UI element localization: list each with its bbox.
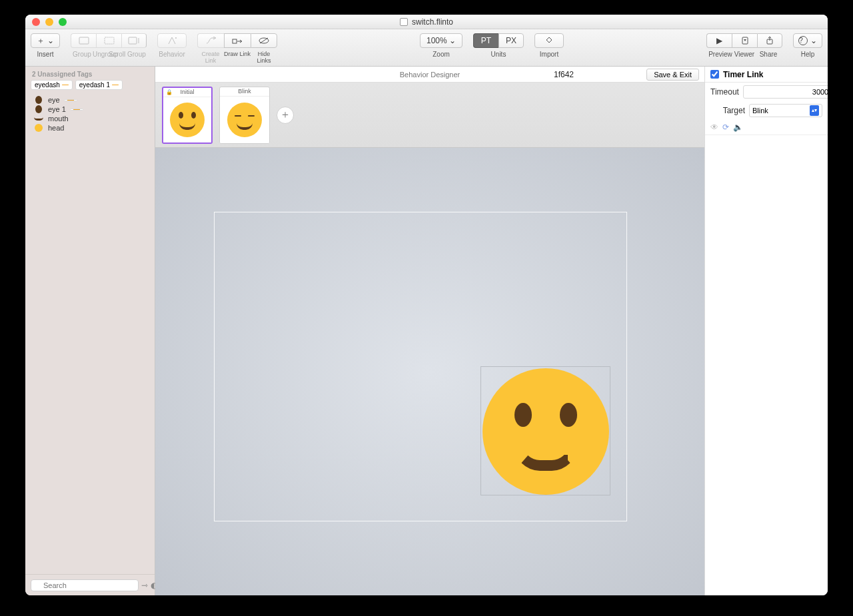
window-title-text: switch.flinto xyxy=(412,17,453,27)
smiley-mouth[interactable] xyxy=(514,446,577,471)
timer-option-icon[interactable]: ⟳ xyxy=(722,123,729,132)
inspector-panel: Timer Link Timeout Target Blink ▴▾ 👁 ⟳ 🔈 xyxy=(704,67,828,595)
ungroup-button[interactable] xyxy=(96,33,121,48)
layers-panel: 2 Unassigned Tags eyedash eyedash 1 eye … xyxy=(25,67,155,595)
zoom-label: Zoom xyxy=(432,51,450,58)
layer-list: eye eye 1 mouth head xyxy=(25,93,155,135)
share-label: Share xyxy=(756,51,780,58)
tag-line-icon xyxy=(62,85,69,85)
inspector-header-label: Timer Link xyxy=(723,70,763,79)
smiley-head[interactable] xyxy=(482,368,609,495)
eye-icon xyxy=(33,96,44,104)
center-area: Behavior Designer Save & Exit 🔒Initial B… xyxy=(155,67,704,595)
units-px-button[interactable]: PX xyxy=(498,33,524,48)
layer-tag-chip[interactable] xyxy=(64,99,77,101)
layer-tag-chip[interactable] xyxy=(70,109,83,111)
traffic-lights xyxy=(32,18,67,26)
smiley-eye-right[interactable] xyxy=(560,403,577,427)
zoom-dropdown[interactable]: 100% ⌄ xyxy=(420,33,462,48)
document-icon xyxy=(400,18,408,26)
timer-link-checkbox[interactable] xyxy=(710,70,719,79)
inspector-header: Timer Link xyxy=(705,67,828,83)
svg-rect-0 xyxy=(79,37,89,44)
target-label: Target xyxy=(710,106,745,115)
units-pt-button[interactable]: PT xyxy=(473,33,498,48)
help-button[interactable]: ? ⌄ xyxy=(793,33,822,48)
group-label: Group xyxy=(71,51,93,58)
window-title: switch.flinto xyxy=(400,17,453,27)
state-thumbnail xyxy=(163,97,211,143)
timeout-input[interactable] xyxy=(743,85,828,99)
save-exit-button[interactable]: Save & Exit xyxy=(646,69,699,81)
draw-link-button[interactable] xyxy=(224,33,251,48)
state-card-blink[interactable]: Blink xyxy=(219,87,270,144)
viewer-button[interactable] xyxy=(732,33,757,48)
app-window: switch.flinto ＋ ⌄ Insert Group Ungroup S… xyxy=(25,15,828,595)
link-option-icons: 👁 ⟳ 🔈 xyxy=(705,120,828,135)
scroll-group-button[interactable] xyxy=(121,33,147,48)
layer-item-eye[interactable]: eye xyxy=(31,95,149,105)
lock-icon: 🔒 xyxy=(166,89,173,95)
group-button[interactable] xyxy=(71,33,96,48)
minimize-window-button[interactable] xyxy=(45,18,53,26)
subheader-title: Behavior Designer xyxy=(400,71,460,79)
preview-button[interactable]: ▶ xyxy=(706,33,732,48)
layer-label: mouth xyxy=(48,115,69,123)
connector-icon[interactable]: ⇾ xyxy=(141,581,148,590)
svg-rect-2 xyxy=(129,37,137,44)
zoom-window-button[interactable] xyxy=(59,18,67,26)
units-label: Units xyxy=(491,51,506,58)
hide-links-button[interactable] xyxy=(251,33,277,48)
artboard[interactable] xyxy=(214,212,627,521)
state-card-initial[interactable]: 🔒Initial xyxy=(162,87,213,144)
canvas[interactable] xyxy=(155,148,704,595)
mouth-icon xyxy=(33,115,44,123)
titlebar: switch.flinto xyxy=(25,15,828,29)
viewer-label: Viewer xyxy=(732,51,756,58)
smiley-eye-left[interactable] xyxy=(514,403,532,427)
import-button[interactable] xyxy=(534,33,564,48)
behavior-button[interactable] xyxy=(157,33,187,48)
state-label: Initial xyxy=(180,89,194,95)
scroll-group-label: Scroll Group xyxy=(109,51,146,58)
states-bar: 🔒Initial Blink ＋ xyxy=(155,83,704,148)
layer-item-mouth[interactable]: mouth xyxy=(31,114,149,123)
tags-header: 2 Unassigned Tags xyxy=(25,67,155,80)
state-thumbnail xyxy=(220,97,269,143)
layer-label: eye xyxy=(48,96,60,104)
selection-box[interactable] xyxy=(480,366,610,495)
target-select[interactable]: Blink ▴▾ xyxy=(749,104,822,117)
create-link-button[interactable] xyxy=(197,33,224,48)
preview-label: Preview xyxy=(708,51,732,58)
eye-option-icon[interactable]: 👁 xyxy=(710,123,718,132)
layers-footer: 🔍 ⇾ ◐ xyxy=(25,574,155,595)
select-caret-icon: ▴▾ xyxy=(810,105,819,116)
close-window-button[interactable] xyxy=(32,18,40,26)
layer-item-eye-1[interactable]: eye 1 xyxy=(31,105,149,114)
svg-rect-1 xyxy=(105,37,114,44)
draw-link-label: Draw Link xyxy=(224,51,251,64)
target-value: Blink xyxy=(752,107,768,115)
layer-label: eye 1 xyxy=(48,105,66,113)
tag-chip-eyedash[interactable]: eyedash xyxy=(31,80,73,90)
layer-search-input[interactable] xyxy=(31,579,139,591)
toolbar: ＋ ⌄ Insert Group Ungroup Scroll Group Be… xyxy=(25,29,828,67)
svg-point-4 xyxy=(175,37,177,39)
behavior-label: Behavior xyxy=(159,51,185,58)
share-button[interactable] xyxy=(757,33,782,48)
hide-links-label: Hide Links xyxy=(251,51,277,64)
content-area: 2 Unassigned Tags eyedash eyedash 1 eye … xyxy=(25,67,828,595)
tag-line-icon xyxy=(112,85,119,85)
insert-button[interactable]: ＋ ⌄ xyxy=(31,33,60,48)
tag-chip-eyedash-1[interactable]: eyedash 1 xyxy=(75,80,123,90)
help-label: Help xyxy=(801,51,815,58)
create-link-label: Create Link xyxy=(197,51,224,64)
zoom-value: 100% xyxy=(426,36,447,45)
timeout-label: Timeout xyxy=(710,87,739,97)
insert-label: Insert xyxy=(37,51,53,58)
layer-item-head[interactable]: head xyxy=(31,123,149,133)
sound-option-icon[interactable]: 🔈 xyxy=(733,123,743,132)
add-state-button[interactable]: ＋ xyxy=(277,107,294,124)
behavior-name-input[interactable] xyxy=(551,69,638,81)
eye-icon xyxy=(33,105,44,113)
